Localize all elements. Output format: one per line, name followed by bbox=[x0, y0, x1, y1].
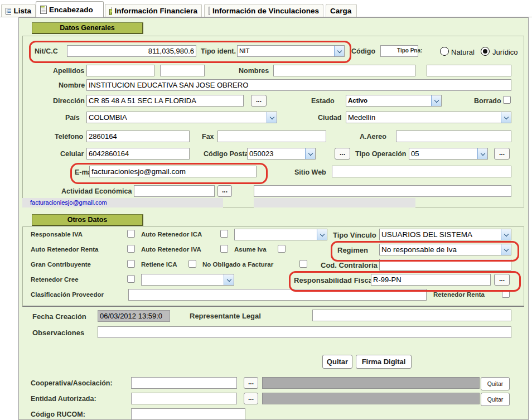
tab-informacion-vinculaciones[interactable]: Información de Vinculaciones bbox=[204, 4, 323, 17]
quitar-cooperativa-button[interactable]: Quitar bbox=[481, 377, 510, 390]
retenedor-renta-checkbox[interactable] bbox=[502, 290, 510, 298]
asume-iva-checkbox[interactable] bbox=[278, 245, 286, 253]
quitar-entidad-button[interactable]: Quitar bbox=[481, 393, 510, 406]
tipo-ident-select[interactable]: NIT bbox=[237, 45, 345, 57]
tab-informacion-financiera[interactable]: Información Financiera bbox=[105, 4, 202, 17]
nombres2-input[interactable] bbox=[427, 65, 511, 76]
tab-carga[interactable]: Carga bbox=[326, 4, 357, 17]
nit-input[interactable] bbox=[67, 45, 196, 57]
apellidos-label: Apellidos bbox=[53, 67, 84, 75]
radio-natural[interactable] bbox=[440, 47, 449, 56]
clasificacion-proveedor-input[interactable] bbox=[128, 289, 427, 301]
no-obligado-facturar-label: No Obligado a Facturar bbox=[202, 261, 273, 268]
representante-legal-input[interactable] bbox=[312, 310, 511, 321]
codigo-postal-value: 050023 bbox=[248, 148, 305, 159]
chevron-down-icon[interactable] bbox=[431, 95, 441, 106]
codigo-postal-select[interactable]: 050023 bbox=[247, 148, 316, 160]
actividad-codigo-input[interactable] bbox=[134, 185, 215, 197]
auto-retenedor-renta-label: Auto Retenedor Renta bbox=[31, 246, 98, 253]
entidad-nombre-disabled bbox=[262, 393, 480, 404]
estado-value: Activo bbox=[346, 95, 431, 106]
tab-encabezado[interactable]: Encabezado bbox=[36, 1, 104, 17]
auto-retenedor-renta-checkbox[interactable] bbox=[127, 245, 135, 253]
browse-entidad-button[interactable]: ... bbox=[244, 393, 258, 404]
regimen-label: Regimen bbox=[337, 246, 368, 254]
chevron-down-icon[interactable] bbox=[267, 112, 277, 123]
responsable-iva-checkbox[interactable] bbox=[127, 230, 135, 238]
tab-encabezado-label: Encabezado bbox=[49, 6, 93, 14]
celular-input[interactable] bbox=[86, 148, 190, 160]
representante-legal-label: Representante Legal bbox=[190, 312, 261, 320]
observaciones-input[interactable] bbox=[98, 326, 511, 338]
telefono-input[interactable] bbox=[86, 131, 190, 142]
email-input[interactable] bbox=[89, 166, 257, 177]
browse-direccion-button[interactable]: ... bbox=[251, 95, 267, 107]
chevron-down-icon[interactable] bbox=[501, 112, 511, 123]
sitio-web-input[interactable] bbox=[332, 166, 511, 177]
aaereo-input[interactable] bbox=[396, 131, 511, 142]
retiene-ica-checkbox[interactable] bbox=[188, 260, 196, 268]
cooperativa-input[interactable] bbox=[131, 377, 237, 389]
pais-select[interactable]: COLOMBIA bbox=[86, 112, 277, 123]
gran-contribuyente-label: Gran Contribuyente bbox=[31, 261, 91, 268]
quitar-button[interactable]: Quitar bbox=[322, 355, 352, 369]
radio-natural-label: Natural bbox=[451, 48, 475, 56]
gran-contribuyente-checkbox[interactable] bbox=[127, 260, 135, 268]
tipo-vinculo-label: Tipo Vínculo bbox=[333, 231, 376, 239]
radio-juridico-label: Jurídico bbox=[492, 48, 518, 56]
responsabilidad-fiscal-label: Responsabilidad Fiscal bbox=[294, 276, 375, 284]
cod-contraloria-input[interactable] bbox=[379, 259, 511, 271]
retenedor-cree-checkbox[interactable] bbox=[127, 275, 135, 283]
browse-actividad-button[interactable]: ... bbox=[217, 185, 232, 197]
radio-juridico[interactable] bbox=[481, 47, 490, 56]
finance-document-icon bbox=[109, 7, 112, 15]
responsable-iva-label: Responsable IVA bbox=[31, 231, 83, 238]
nombres1-input[interactable] bbox=[273, 65, 415, 76]
chevron-down-icon[interactable] bbox=[477, 148, 487, 159]
browse-tipo-operacion-button[interactable]: ... bbox=[494, 148, 510, 160]
retenedor-renta-label: Retenedor Renta bbox=[433, 291, 485, 298]
regimen-value: No responsable de Iva bbox=[380, 244, 501, 255]
nombre-label: Nombre bbox=[59, 81, 85, 89]
estado-select[interactable]: Activo bbox=[346, 95, 442, 107]
direccion-input[interactable] bbox=[86, 95, 244, 107]
retenedor-cree-select[interactable] bbox=[141, 274, 234, 286]
tipo-operacion-select[interactable]: 05 bbox=[409, 148, 488, 160]
codigo-rucom-label: Código RUCOM: bbox=[31, 411, 85, 418]
actividad-descripcion-input[interactable] bbox=[254, 185, 511, 197]
app-window: Lista Encabezado Información Financiera … bbox=[0, 0, 532, 420]
apellidos1-input[interactable] bbox=[86, 65, 154, 76]
nombres-label: Nombres bbox=[239, 67, 269, 75]
tab-lista-label: Lista bbox=[13, 7, 31, 15]
vinculo-secondary-select[interactable] bbox=[234, 229, 327, 240]
regimen-select[interactable]: No responsable de Iva bbox=[379, 244, 511, 255]
chevron-down-icon[interactable] bbox=[501, 229, 511, 240]
browse-codigo-postal-button[interactable]: ... bbox=[335, 148, 350, 160]
entidad-autorizada-input[interactable] bbox=[131, 393, 237, 404]
apellidos2-input[interactable] bbox=[160, 65, 205, 76]
no-obligado-facturar-checkbox[interactable] bbox=[299, 260, 307, 268]
fax-input[interactable] bbox=[217, 131, 326, 142]
chevron-down-icon[interactable] bbox=[317, 229, 327, 240]
chevron-down-icon[interactable] bbox=[501, 244, 511, 255]
browse-responsabilidad-fiscal-button[interactable]: ... bbox=[494, 274, 510, 286]
borrado-checkbox[interactable] bbox=[503, 96, 511, 104]
tab-lista[interactable]: Lista bbox=[1, 4, 36, 17]
auto-retenedor-iva-checkbox[interactable] bbox=[220, 245, 228, 253]
chevron-down-icon[interactable] bbox=[305, 148, 315, 159]
celular-label: Celular bbox=[60, 150, 84, 158]
telefono-label: Teléfono bbox=[55, 133, 83, 141]
codigo-rucom-input[interactable] bbox=[131, 408, 245, 420]
chevron-down-icon[interactable] bbox=[224, 274, 234, 285]
tipo-vinculo-select[interactable]: USUARIOS DEL SISTEMA bbox=[379, 229, 511, 240]
email-link[interactable]: facturacioniesjo@gmail.com bbox=[22, 198, 223, 207]
document-icon bbox=[40, 6, 47, 14]
asume-iva-label: Asume Iva bbox=[234, 246, 267, 253]
firma-digital-button[interactable]: Firma Digital bbox=[356, 355, 412, 369]
chevron-down-icon[interactable] bbox=[334, 46, 344, 56]
nombre-input[interactable] bbox=[86, 79, 511, 91]
responsabilidad-fiscal-input[interactable] bbox=[371, 274, 491, 286]
auto-retenedor-ica-checkbox[interactable] bbox=[220, 230, 228, 238]
browse-cooperativa-button[interactable]: ... bbox=[244, 377, 258, 389]
ciudad-select[interactable]: Medellín bbox=[346, 112, 511, 123]
